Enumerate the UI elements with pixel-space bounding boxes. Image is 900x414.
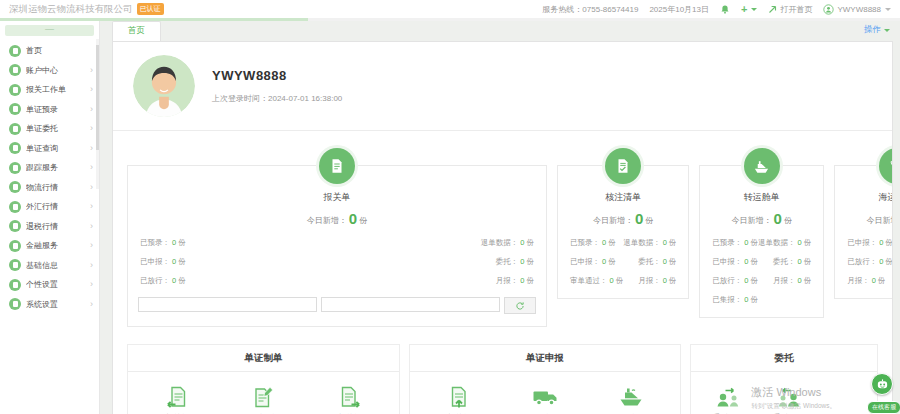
card-today: 今日新增：0份 xyxy=(835,210,893,227)
card-stats: 已预录：0份 退单数据：0份 已申报：0份 委托：0份 已放行：0份 月报：0份… xyxy=(700,238,823,305)
card-stats: 已预录：0份 退单数据：0份 已申报：0份 委托：0份 已放行：0份 月报：0份 xyxy=(128,238,546,286)
company-name: 深圳运物云物流科技有限公司 xyxy=(9,3,133,16)
chevron-right-icon xyxy=(90,85,93,94)
caret-down-icon xyxy=(751,8,757,11)
sidebar-item-customs-worksheet[interactable]: 报关工作单 xyxy=(0,80,99,100)
shortcut-manifest-sea[interactable]: 舱单 (海运) xyxy=(594,385,668,414)
sidebar-item-tracking-service[interactable]: 跟踪服务 xyxy=(0,158,99,178)
sidebar-collapse-button[interactable]: — xyxy=(5,25,94,36)
chevron-right-icon xyxy=(90,241,93,250)
card-stats: 已预录：0份 退单数据：0份 已申报：0份 委托：0份 审单通过：0份 月报：0… xyxy=(558,238,688,286)
doc-edit-icon xyxy=(251,385,275,409)
notification-bell-button[interactable] xyxy=(720,4,730,15)
card-today: 今日新增：0份 xyxy=(558,210,688,227)
section-doc-creation: 单证制单 报关单 (进口) 原始舱单 (跨境进口) xyxy=(127,344,400,414)
sidebar-item-account-center[interactable]: 账户中心 xyxy=(0,61,99,81)
sidebar-item-personal-settings[interactable]: 个性设置 xyxy=(0,275,99,295)
tab-home[interactable]: 首页 xyxy=(112,21,161,41)
sidebar-item-system-settings[interactable]: 系统设置 xyxy=(0,295,99,315)
card-title: 核注清单 xyxy=(558,191,688,204)
card-title: 转运舱单 xyxy=(700,191,823,204)
action-dropdown-button[interactable]: 操作 xyxy=(864,24,890,41)
sidebar-item-basic-info[interactable]: 基础信息 xyxy=(0,256,99,276)
sidebar-item-finance-service[interactable]: 金融服务 xyxy=(0,236,99,256)
stat-card-checklist: 核注清单 今日新增：0份 已预录：0份 退单数据：0份 已申报：0份 委托：0份… xyxy=(557,165,689,299)
current-date: 2025年10月13日 xyxy=(649,4,709,15)
card-stats: 已申报：0份 审核通过：0份 已放行：0份 委托：0份 月报：0份 xyxy=(835,238,893,286)
stat-cards-row: 报关单 今日新增：0份 已预录：0份 退单数据：0份 已申报：0份 委托：0份 … xyxy=(127,165,878,327)
section-doc-declare: 单证申报 报关单 舱单 (陆运) xyxy=(409,344,681,414)
menu-doc-icon xyxy=(9,45,21,57)
shortcut-declaration-upload[interactable]: 报关单 xyxy=(422,385,496,414)
stat-card-sea-booking: 海运订舱 今日新增：0份 已申报：0份 审核通过：0份 已放行：0份 委托：0份… xyxy=(834,165,893,299)
section-title: 委托 xyxy=(691,345,877,372)
sidebar-item-doc-preentry[interactable]: 单证预录 xyxy=(0,100,99,120)
query-input-start[interactable] xyxy=(138,297,317,312)
add-menu-button[interactable]: + xyxy=(741,4,757,15)
content-panel: YWYW8888 上次登录时间：2024-07-01 16:38:00 报关单 … xyxy=(112,41,893,414)
menu-doc-icon xyxy=(9,84,21,96)
stat-card-transfer-manifest: 转运舱单 今日新增：0份 已预录：0份 退单数据：0份 已申报：0份 委托：0份… xyxy=(699,165,824,318)
shortcut-delegate-manage[interactable]: 委托管理 xyxy=(713,385,743,414)
menu-doc-icon xyxy=(9,181,21,193)
sidebar-item-forex-market[interactable]: 外汇行情 xyxy=(0,197,99,217)
username: YWYW8888 xyxy=(837,5,881,14)
sidebar-scrollbar[interactable] xyxy=(96,39,99,189)
chevron-right-icon xyxy=(90,105,93,114)
sidebar-item-doc-delegate[interactable]: 单证委托 xyxy=(0,119,99,139)
user-menu-button[interactable]: YWYW8888 xyxy=(823,4,891,15)
profile-section: YWYW8888 上次登录时间：2024-07-01 16:38:00 xyxy=(113,42,892,131)
doc-import-icon xyxy=(165,385,189,409)
card-today: 今日新增：0份 xyxy=(128,210,546,227)
document-check-icon xyxy=(605,148,641,184)
sidebar-scrollbar-thumb[interactable] xyxy=(96,45,99,150)
card-title: 海运订舱 xyxy=(835,191,893,204)
sidebar-item-logistics-market[interactable]: 物流行情 xyxy=(0,178,99,198)
avatar xyxy=(133,55,195,117)
section-title: 单证制单 xyxy=(128,345,399,372)
certified-badge: 已认证 xyxy=(137,3,164,15)
refresh-icon xyxy=(515,301,525,311)
refresh-button[interactable] xyxy=(504,297,536,314)
menu-doc-icon xyxy=(9,64,21,76)
tab-bar: 首页 操作 xyxy=(100,21,900,41)
chevron-right-icon xyxy=(90,183,93,192)
online-service-label: 在线客服 xyxy=(867,401,900,414)
top-header: 深圳运物云物流科技有限公司 已认证 服务热线：0755-86574419 202… xyxy=(0,0,900,18)
open-home-link[interactable]: 打开首页 xyxy=(768,4,812,15)
shortcut-manifest-land[interactable]: 舱单 (陆运) xyxy=(508,385,582,414)
query-input-end[interactable] xyxy=(321,297,500,312)
sidebar-item-home[interactable]: 首页 xyxy=(0,41,99,61)
stat-card-customs-declaration: 报关单 今日新增：0份 已预录：0份 退单数据：0份 已申报：0份 委托：0份 … xyxy=(127,165,547,327)
chevron-right-icon xyxy=(90,202,93,211)
online-service-widget[interactable]: 在线客服 xyxy=(867,373,897,414)
section-title: 单证申报 xyxy=(410,345,680,372)
shortcut-declaration-export[interactable]: 报关单 (出口) xyxy=(313,385,387,414)
profile-username: YWYW8888 xyxy=(212,68,342,83)
open-home-icon xyxy=(768,5,777,14)
card-today: 今日新增：0份 xyxy=(700,210,823,227)
card-title: 报关单 xyxy=(128,191,546,204)
menu-doc-icon xyxy=(9,220,21,232)
bell-icon xyxy=(720,4,730,15)
sidebar-item-taxrefund-market[interactable]: 退税行情 xyxy=(0,217,99,237)
ship-icon xyxy=(744,148,780,184)
chevron-right-icon xyxy=(90,300,93,309)
windows-activation-watermark: 激活 Windows 转到“设置”以激活 Windows。 xyxy=(751,385,836,411)
menu-doc-icon xyxy=(9,162,21,174)
hotline: 服务热线：0755-86574419 xyxy=(542,4,638,15)
chevron-right-icon xyxy=(90,163,93,172)
shortcut-declaration-import[interactable]: 报关单 (进口) xyxy=(140,385,214,414)
truck-icon xyxy=(532,385,558,409)
menu-doc-icon xyxy=(9,201,21,213)
trophy-icon xyxy=(879,148,893,184)
doc-export-icon xyxy=(338,385,362,409)
menu-doc-icon xyxy=(9,298,21,310)
delegate-out-icon xyxy=(715,385,741,409)
shortcut-original-manifest[interactable]: 原始舱单 (跨境进口) xyxy=(226,385,300,414)
menu-doc-icon xyxy=(9,279,21,291)
menu-doc-icon xyxy=(9,259,21,271)
chevron-right-icon xyxy=(90,66,93,75)
sidebar: — 首页 账户中心 报关工作单 单证预录 单证委托 单证查询 xyxy=(0,21,100,414)
sidebar-item-doc-query[interactable]: 单证查询 xyxy=(0,139,99,159)
